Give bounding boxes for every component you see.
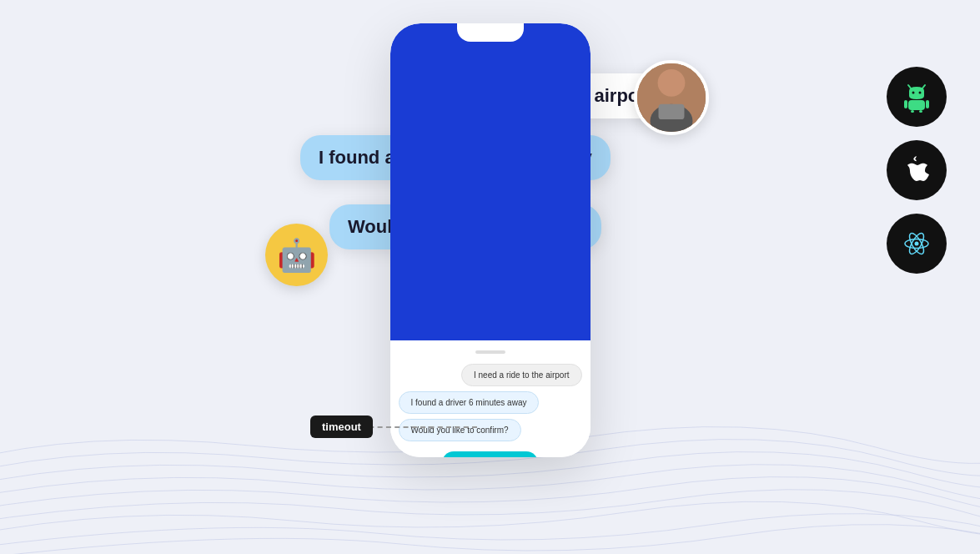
user-avatar: [634, 60, 709, 135]
react-icon[interactable]: [887, 214, 947, 274]
robot-avatar: 🤖: [265, 224, 328, 286]
phone-screen-bottom: I need a ride to the airport I found a d…: [390, 340, 591, 457]
svg-rect-11: [911, 110, 914, 113]
svg-point-6: [912, 92, 915, 94]
platform-icons-container: [887, 67, 947, 274]
svg-rect-10: [926, 100, 929, 108]
avatar-face: [637, 63, 706, 132]
bottom-handle: [475, 350, 505, 354]
timeout-line: [360, 426, 477, 428]
svg-rect-9: [904, 100, 907, 108]
listening-button[interactable]: LISTENING: [442, 451, 539, 457]
svg-rect-3: [659, 104, 685, 119]
svg-point-1: [658, 69, 686, 97]
apple-svg: [903, 154, 930, 186]
phone-notch: [457, 23, 524, 42]
avatar-svg: [637, 60, 706, 132]
apple-icon[interactable]: [887, 140, 947, 200]
svg-point-16: [915, 242, 919, 246]
android-icon[interactable]: [887, 67, 947, 127]
svg-rect-12: [919, 110, 922, 113]
mini-message-bot-2: Would you like to confirm?: [399, 419, 521, 441]
android-svg: [901, 81, 932, 113]
svg-point-7: [919, 92, 922, 94]
mini-message-bot-1: I found a driver 6 minutes away: [399, 391, 540, 414]
phone-mockup: I need a ride to the airport I found a d…: [390, 23, 591, 457]
svg-rect-8: [908, 100, 925, 110]
timeout-badge: timeout: [310, 416, 373, 438]
mini-chat-messages: I need a ride to the airport I found a d…: [399, 364, 582, 441]
phone-screen-top: [390, 23, 591, 340]
react-svg: [900, 228, 933, 259]
mini-message-user: I need a ride to the airport: [461, 364, 582, 386]
main-scene: I need a ride to the airport I found a d…: [0, 0, 980, 554]
